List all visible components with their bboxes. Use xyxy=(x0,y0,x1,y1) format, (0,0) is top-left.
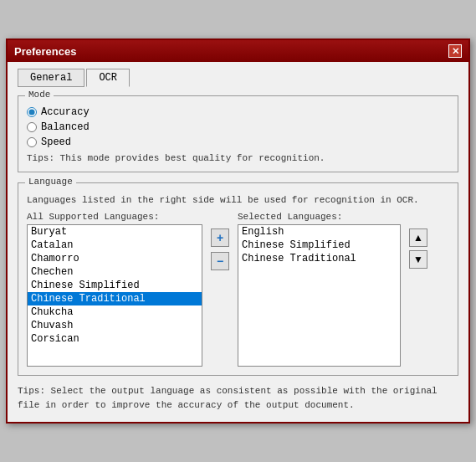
list-item[interactable]: Chechen xyxy=(28,265,202,279)
mode-balanced-label: Balanced xyxy=(41,121,90,133)
language-group: Language Languages listed in the right s… xyxy=(18,182,458,376)
list-item[interactable]: Chukcha xyxy=(28,305,202,319)
all-languages-listbox[interactable]: BuryatCatalanChamorroChechenChinese Simp… xyxy=(27,224,202,367)
list-item[interactable]: English xyxy=(238,225,400,239)
close-button[interactable]: ✕ xyxy=(448,44,462,58)
list-item[interactable]: Buryat xyxy=(28,225,202,239)
mode-speed[interactable]: Speed xyxy=(27,136,449,148)
tab-ocr[interactable]: OCR xyxy=(86,69,130,87)
selected-languages-label: Selected Languages: xyxy=(238,212,401,222)
list-item[interactable]: Chinese Traditional xyxy=(28,292,202,305)
mode-group: Mode Accuracy Balanced Speed Tips: This … xyxy=(18,95,458,172)
language-lists-row: All Supported Languages: BuryatCatalanCh… xyxy=(27,212,449,367)
list-item[interactable]: Chinese Simplified xyxy=(28,279,202,292)
list-item[interactable]: Chinese Traditional xyxy=(238,252,400,265)
selected-languages-col: Selected Languages: EnglishChinese Simpl… xyxy=(238,212,401,367)
all-languages-label: All Supported Languages: xyxy=(27,212,202,222)
list-item[interactable]: Corsican xyxy=(28,332,202,346)
tab-general[interactable]: General xyxy=(18,69,84,87)
title-bar: Preferences ✕ xyxy=(8,40,468,62)
list-item[interactable]: Catalan xyxy=(28,239,202,252)
preferences-window: Preferences ✕ General OCR Mode Accuracy … xyxy=(6,38,470,424)
up-down-buttons: ▲ ▼ xyxy=(409,212,427,269)
mode-speed-label: Speed xyxy=(41,136,71,148)
list-item[interactable]: Chinese Simplified xyxy=(238,239,400,252)
remove-language-button[interactable]: − xyxy=(211,252,229,270)
mode-accuracy-label: Accuracy xyxy=(41,106,90,118)
move-up-button[interactable]: ▲ xyxy=(409,228,427,247)
language-description: Languages listed in the right side will … xyxy=(27,195,449,205)
mode-radio-group: Accuracy Balanced Speed xyxy=(27,106,449,148)
language-group-title: Language xyxy=(25,177,76,187)
mode-group-title: Mode xyxy=(25,90,54,100)
mode-tips: Tips: This mode provides best quality fo… xyxy=(27,153,449,163)
mode-balanced[interactable]: Balanced xyxy=(27,121,449,133)
bottom-tips: Tips: Select the output language as cons… xyxy=(18,384,458,412)
tab-bar: General OCR xyxy=(18,69,458,87)
move-down-button[interactable]: ▼ xyxy=(409,250,427,269)
mode-accuracy-radio[interactable] xyxy=(27,107,37,117)
mode-speed-radio[interactable] xyxy=(27,137,37,147)
mode-balanced-radio[interactable] xyxy=(27,122,37,132)
all-languages-col: All Supported Languages: BuryatCatalanCh… xyxy=(27,212,202,367)
add-remove-buttons: + − xyxy=(211,212,229,270)
main-content: General OCR Mode Accuracy Balanced Speed xyxy=(8,62,468,422)
mode-accuracy[interactable]: Accuracy xyxy=(27,106,449,118)
selected-languages-listbox[interactable]: EnglishChinese SimplifiedChinese Traditi… xyxy=(238,224,401,367)
add-language-button[interactable]: + xyxy=(211,228,229,247)
window-title: Preferences xyxy=(14,45,76,58)
list-item[interactable]: Chuvash xyxy=(28,319,202,332)
list-item[interactable]: Chamorro xyxy=(28,252,202,265)
